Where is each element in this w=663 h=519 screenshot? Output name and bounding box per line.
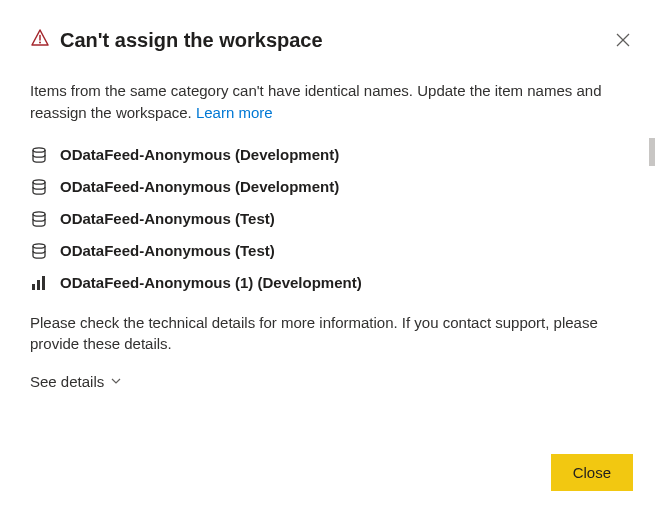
list-item: ODataFeed-Anonymous (1) (Development) bbox=[30, 274, 633, 292]
dialog-header: Can't assign the workspace bbox=[30, 28, 633, 52]
dataset-icon bbox=[30, 242, 48, 260]
svg-point-6 bbox=[33, 211, 45, 215]
list-item: ODataFeed-Anonymous (Development) bbox=[30, 178, 633, 196]
svg-point-4 bbox=[33, 147, 45, 151]
dialog-title: Can't assign the workspace bbox=[60, 29, 323, 52]
svg-rect-10 bbox=[42, 276, 45, 290]
conflict-item-list: ODataFeed-Anonymous (Development) ODataF… bbox=[30, 146, 633, 292]
learn-more-link[interactable]: Learn more bbox=[196, 104, 273, 121]
item-label: ODataFeed-Anonymous (1) (Development) bbox=[60, 274, 362, 291]
item-label: ODataFeed-Anonymous (Test) bbox=[60, 210, 275, 227]
svg-rect-8 bbox=[32, 284, 35, 290]
item-label: ODataFeed-Anonymous (Test) bbox=[60, 242, 275, 259]
see-details-label: See details bbox=[30, 373, 104, 390]
scrollbar-thumb[interactable] bbox=[649, 138, 655, 166]
dataset-icon bbox=[30, 210, 48, 228]
technical-message: Please check the technical details for m… bbox=[30, 312, 633, 356]
list-item: ODataFeed-Anonymous (Development) bbox=[30, 146, 633, 164]
dataset-icon bbox=[30, 178, 48, 196]
item-label: ODataFeed-Anonymous (Development) bbox=[60, 146, 339, 163]
list-item: ODataFeed-Anonymous (Test) bbox=[30, 210, 633, 228]
dialog-title-group: Can't assign the workspace bbox=[30, 28, 323, 52]
message-text: Items from the same category can't have … bbox=[30, 82, 602, 121]
list-item: ODataFeed-Anonymous (Test) bbox=[30, 242, 633, 260]
dialog-footer: Close bbox=[551, 454, 633, 491]
svg-point-7 bbox=[33, 243, 45, 247]
dialog-message: Items from the same category can't have … bbox=[30, 80, 633, 124]
svg-rect-9 bbox=[37, 280, 40, 290]
dataset-icon bbox=[30, 146, 48, 164]
close-icon[interactable] bbox=[613, 30, 633, 50]
warning-icon bbox=[30, 28, 50, 52]
see-details-toggle[interactable]: See details bbox=[30, 373, 122, 390]
close-button[interactable]: Close bbox=[551, 454, 633, 491]
chevron-down-icon bbox=[110, 373, 122, 390]
svg-point-1 bbox=[39, 42, 41, 44]
report-icon bbox=[30, 274, 48, 292]
item-label: ODataFeed-Anonymous (Development) bbox=[60, 178, 339, 195]
svg-point-5 bbox=[33, 179, 45, 183]
scroll-area: ODataFeed-Anonymous (Development) ODataF… bbox=[30, 146, 633, 292]
